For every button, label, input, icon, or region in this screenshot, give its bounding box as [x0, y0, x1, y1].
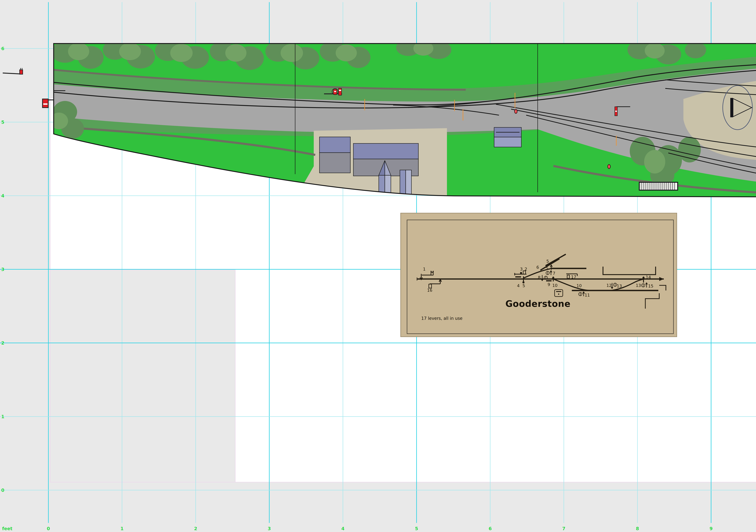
cattle-dock-icon[interactable]: [639, 182, 678, 190]
lever-label: 7: [553, 271, 555, 276]
ruler-label-bottom: 6: [489, 526, 492, 531]
ruler-unit-label: feet: [2, 526, 13, 531]
ruler-label-left: 6: [1, 46, 4, 51]
ruler-label-left: 4: [1, 193, 4, 199]
lever-label: 9: [548, 282, 550, 287]
lever-label: 5: [546, 266, 548, 271]
lever-label: 11: [585, 293, 590, 297]
ruler-label-bottom: 9: [710, 526, 713, 531]
lever-label: 15: [648, 284, 653, 288]
sheet-cutout: [50, 270, 235, 482]
lever-label: 5: [523, 283, 525, 288]
lever-label: 1: [423, 267, 425, 272]
plan-canvas[interactable]: feet 01234567891011121314156543210: [0, 0, 756, 532]
lever-label: 6: [536, 265, 539, 270]
ruler-label-left: 0: [1, 488, 4, 493]
signal-box-panel[interactable]: 1163245655789101710111213131514 Gooderst…: [401, 213, 677, 337]
ruler-label-left: 2: [1, 340, 4, 346]
lever-label: 8: [538, 275, 540, 280]
lever-label: 10: [577, 283, 582, 288]
ruler-label-bottom: 3: [268, 526, 271, 531]
ruler-label-bottom: 8: [636, 526, 639, 531]
lever-label: 4: [517, 283, 520, 288]
lever-label: 17: [571, 275, 576, 279]
ruler-label-bottom: 4: [341, 526, 345, 531]
panel-note: 17 levers, all in use: [421, 316, 463, 321]
ruler-label-bottom: 5: [415, 526, 418, 531]
lever-label: 3: [520, 267, 523, 272]
panel-title: Gooderstone: [505, 299, 571, 309]
hut-building[interactable]: [494, 127, 521, 147]
lever-label: 2: [525, 267, 527, 272]
lever-label: 13: [617, 284, 622, 288]
lever-label: 12: [607, 283, 611, 288]
lever-label: 10: [552, 283, 557, 288]
loose-semaphore-signal-icon[interactable]: [3, 68, 23, 74]
ruler-label-left: 3: [1, 267, 4, 272]
lever-label: 16: [427, 288, 432, 293]
ruler-label-bottom: 2: [194, 526, 197, 531]
ruler-label-bottom: 0: [47, 526, 50, 531]
ruler-label-left: 1: [1, 414, 4, 419]
lever-label: 13: [636, 283, 641, 288]
lever-label: 5: [546, 259, 549, 264]
ruler-label-bottom: 7: [562, 526, 565, 531]
ruler-label-bottom: 1: [121, 526, 124, 531]
ruler-label-left: 5: [1, 120, 4, 125]
lever-label: 14: [646, 275, 651, 279]
